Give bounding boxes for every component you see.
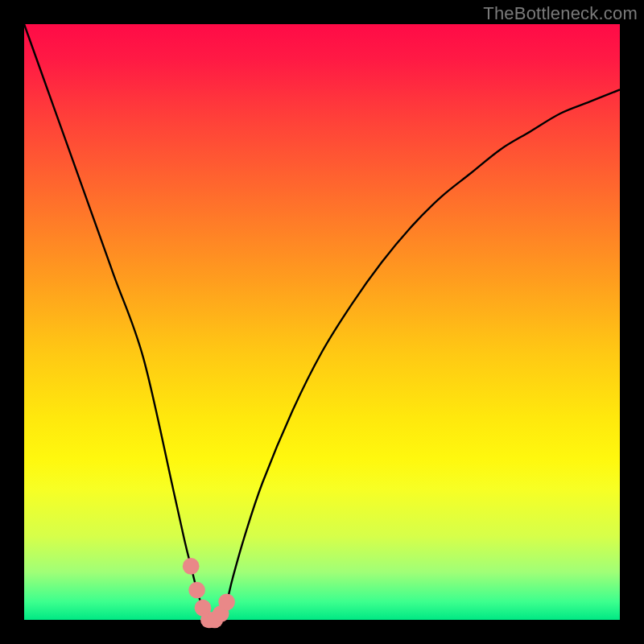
curve-knot <box>218 593 235 610</box>
curve-knots <box>183 558 235 628</box>
plot-area <box>24 24 620 620</box>
chart-frame: TheBottleneck.com <box>0 0 644 644</box>
bottleneck-curve <box>24 24 620 620</box>
curve-path <box>24 24 620 621</box>
curve-knot <box>188 582 205 599</box>
watermark-text: TheBottleneck.com <box>483 3 638 24</box>
curve-knot <box>183 558 200 575</box>
